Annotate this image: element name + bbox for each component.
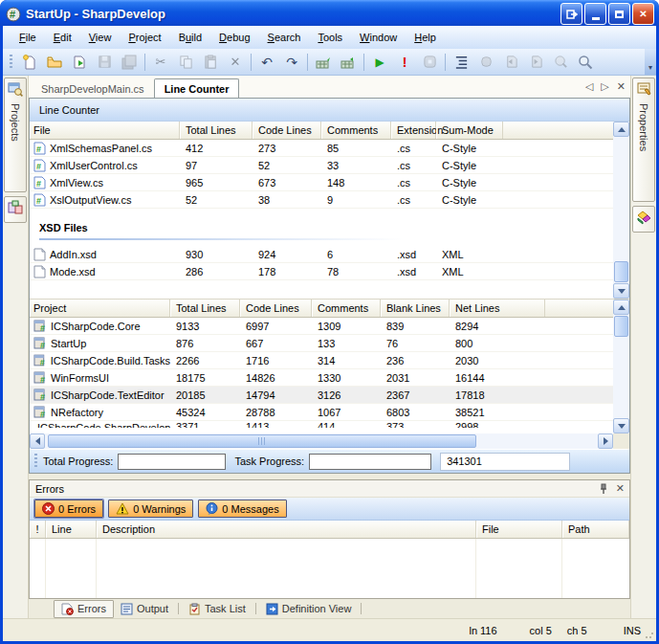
sidebar-tab-toolbox[interactable] <box>632 206 655 233</box>
tab-line-counter[interactable]: Line Counter <box>154 78 240 98</box>
column-header-line[interactable]: Line <box>46 521 97 538</box>
column-header-comments[interactable]: Comments <box>321 122 391 139</box>
column-header-sum-mode[interactable]: Sum-Mode <box>436 122 503 139</box>
column-header-code-lines[interactable]: Code Lines <box>240 300 312 317</box>
pin-icon[interactable] <box>599 483 608 495</box>
scrollbar-thumb[interactable] <box>614 316 628 337</box>
tab-task-list[interactable]: Task List <box>182 601 253 617</box>
save-icon[interactable] <box>92 52 117 73</box>
projects-table-scrollbar[interactable] <box>613 300 629 433</box>
clear-bookmarks-icon[interactable] <box>548 52 573 73</box>
breakpoint-icon[interactable]: ! <box>392 52 417 73</box>
menu-file[interactable]: File <box>11 29 45 46</box>
column-header-file[interactable]: File <box>476 521 562 538</box>
table-row[interactable]: #XslOutputView.cs 52 38 9 .cs C-Style <box>30 191 613 209</box>
sidebar-tab-classes[interactable] <box>4 196 27 223</box>
column-header-blank-lines[interactable]: Blank Lines <box>381 300 450 317</box>
delete-icon[interactable]: ✕ <box>223 52 248 73</box>
menu-tools[interactable]: Tools <box>309 29 351 46</box>
column-header-total-lines[interactable]: Total Lines <box>170 300 240 317</box>
build-icon[interactable] <box>311 52 336 73</box>
paste-icon[interactable] <box>198 52 223 73</box>
tab-output[interactable]: Output <box>114 601 175 617</box>
scrollbar-thumb[interactable] <box>614 261 628 282</box>
menu-help[interactable]: Help <box>406 29 445 46</box>
open-solution-icon[interactable] <box>67 52 92 73</box>
scroll-down-icon[interactable] <box>613 283 629 299</box>
errors-panel-close-icon[interactable]: ✕ <box>616 482 625 495</box>
maximize-button[interactable] <box>608 3 630 25</box>
table-row[interactable]: #WinFormsUI 18175 14826 1330 2031 16144 <box>30 369 613 387</box>
sidebar-tab-properties[interactable]: Properties <box>632 78 655 202</box>
tab-scroll-left-icon[interactable]: ◁ <box>585 80 593 93</box>
resize-grip[interactable] <box>645 630 654 639</box>
tab-definition-view[interactable]: Definition View <box>259 601 359 617</box>
toggle-bookmark-icon[interactable] <box>473 52 498 73</box>
rebuild-icon[interactable] <box>336 52 361 73</box>
run-icon[interactable]: ▶ <box>367 52 392 73</box>
table-row[interactable]: #XmlView.cs 965 673 148 .cs C-Style <box>30 174 613 191</box>
table-row[interactable]: #ICSharpCode.Build.Tasks 2266 1716 314 2… <box>30 352 613 369</box>
undo-icon[interactable]: ↶ <box>254 52 279 73</box>
prev-bookmark-icon[interactable] <box>498 52 523 73</box>
scroll-left-icon[interactable] <box>30 433 45 449</box>
table-row[interactable]: #NRefactory 45324 28788 1067 6803 38521 <box>30 404 613 421</box>
tab-close-icon[interactable]: ✕ <box>617 80 626 93</box>
copy-icon[interactable] <box>173 52 198 73</box>
unpin-window-button[interactable] <box>560 3 582 25</box>
redo-icon[interactable]: ↷ <box>279 52 304 73</box>
tab-sharpdevelopmain[interactable]: SharpDevelopMain.cs <box>32 79 154 98</box>
column-header-code-lines[interactable]: Code Lines <box>253 122 321 139</box>
bookmark-list-icon[interactable] <box>449 52 473 73</box>
next-bookmark-icon[interactable] <box>523 52 548 73</box>
menu-debug[interactable]: Debug <box>210 29 258 46</box>
menu-project[interactable]: Project <box>120 29 169 46</box>
column-header-path[interactable]: Path <box>562 521 629 538</box>
search-icon[interactable] <box>573 52 598 73</box>
scroll-down-icon[interactable] <box>613 418 629 433</box>
messages-filter-button[interactable]: 0 Messages <box>198 500 286 518</box>
table-row-clipped[interactable]: #ICSharpCode.SharpDevelop 3371 1413 414 … <box>30 421 613 428</box>
column-header-extension[interactable]: Extension <box>391 122 436 139</box>
column-header-comments[interactable]: Comments <box>312 300 381 317</box>
sidebar-tab-projects[interactable]: Projects <box>4 78 27 192</box>
cut-icon[interactable]: ✂ <box>148 52 173 73</box>
errors-filter-button[interactable]: 0 Errors <box>34 500 103 518</box>
toolbar-grip[interactable] <box>10 55 12 70</box>
table-row[interactable]: AddIn.xsd 930 924 6 .xsd XML <box>30 246 613 263</box>
column-header-total-lines[interactable]: Total Lines <box>180 122 253 139</box>
save-all-icon[interactable] <box>117 52 142 73</box>
tab-scroll-right-icon[interactable]: ▷ <box>601 80 608 93</box>
table-row[interactable]: #ICSharpCode.Core 9133 6997 1309 839 829… <box>30 318 613 335</box>
menu-view[interactable]: View <box>80 29 121 46</box>
stop-icon[interactable] <box>417 52 442 73</box>
warnings-filter-button[interactable]: 0 Warnings <box>108 500 193 518</box>
menu-build[interactable]: Build <box>170 29 210 46</box>
scrollbar-thumb[interactable] <box>48 434 476 448</box>
table-row[interactable]: #XmlUserControl.cs 97 52 33 .cs C-Style <box>30 157 613 174</box>
toolbar-overflow-button[interactable]: ▾ <box>645 49 656 75</box>
column-header-project[interactable]: Project <box>30 300 170 317</box>
column-header-file[interactable]: File <box>30 122 180 139</box>
menu-search[interactable]: Search <box>259 29 310 46</box>
tab-errors[interactable]: Errors <box>54 600 114 618</box>
table-row-highlighted[interactable]: #ICSharpCode.TextEditor 20185 14794 3126… <box>30 387 613 404</box>
minimize-button[interactable] <box>584 3 606 25</box>
scroll-up-icon[interactable] <box>613 122 629 137</box>
menu-edit[interactable]: Edit <box>45 29 80 46</box>
open-file-icon[interactable] <box>42 52 67 73</box>
files-table-scrollbar[interactable] <box>613 122 629 299</box>
column-header-description[interactable]: Description <box>97 521 476 538</box>
progress-band-grip[interactable] <box>34 454 37 469</box>
horizontal-scrollbar[interactable] <box>30 433 629 449</box>
table-row[interactable]: #StartUp 876 667 133 76 800 <box>30 335 613 352</box>
table-row[interactable]: #XmlSchemasPanel.cs 412 273 85 .cs C-Sty… <box>30 140 613 157</box>
column-header-severity[interactable]: ! <box>30 521 46 538</box>
close-button[interactable]: ✕ <box>632 3 654 25</box>
scroll-up-icon[interactable] <box>613 300 629 315</box>
column-header-net-lines[interactable]: Net Lines <box>450 300 545 317</box>
scroll-right-icon[interactable] <box>598 433 613 449</box>
menu-window[interactable]: Window <box>351 29 406 46</box>
table-row[interactable]: Mode.xsd 286 178 78 .xsd XML <box>30 263 613 280</box>
new-file-icon[interactable] <box>17 52 42 73</box>
